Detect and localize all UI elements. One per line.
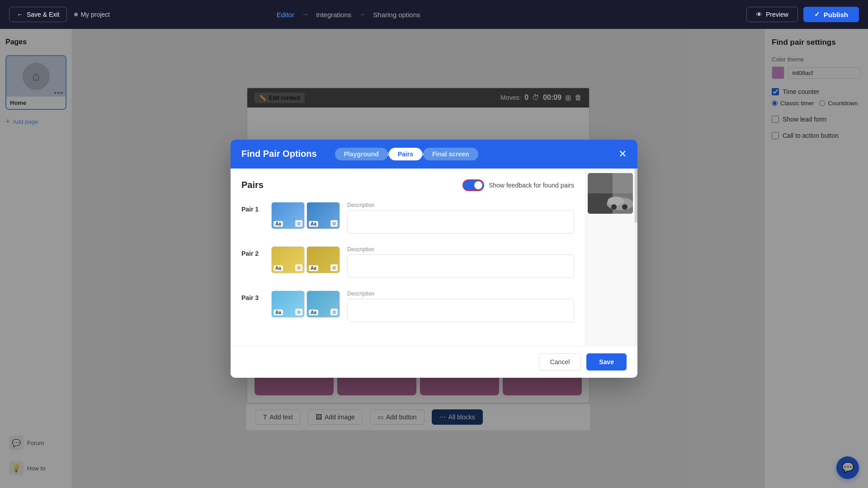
pair-2-label: Pair 2 [241, 246, 264, 257]
preview-image [588, 173, 633, 214]
modal-steps: Playground › Pairs › Final screen [335, 148, 478, 160]
pair-3-img1-badge: Aa [274, 310, 283, 315]
pair-3-image-2[interactable]: Aa ⊙ [307, 291, 340, 318]
topbar: ← Save & Exit My project Editor → Integr… [0, 0, 868, 29]
pair-3-img1-btn[interactable]: ⊙ [295, 309, 302, 315]
modal-step-pairs[interactable]: Pairs [389, 148, 422, 160]
toggle-label: Show feedback for found pairs [489, 182, 574, 189]
modal-step-playground[interactable]: Playground [335, 148, 388, 160]
pair-item-3: Pair 3 Aa ⊙ Aa ⊙ [241, 291, 574, 324]
pair-2-img2-btn[interactable]: ⊙ [330, 264, 338, 271]
nav-steps: Editor → Integrations → Sharing options [277, 10, 420, 19]
pair-2-description-input[interactable] [347, 254, 574, 278]
modal-scrollbar[interactable] [635, 169, 637, 346]
pair-1-image-1[interactable]: Aa ⊙ [271, 202, 305, 229]
modal-preview-sidebar [585, 169, 635, 346]
eye-icon: 👁 [756, 11, 762, 18]
modal-step-final-screen[interactable]: Final screen [423, 148, 478, 160]
svg-point-8 [622, 204, 627, 210]
pairs-header: Pairs Show feedback for found pairs [241, 179, 574, 191]
save-exit-label: Save & Exit [27, 11, 59, 18]
preview-svg [588, 173, 633, 214]
pair-1-description-field: Description [347, 202, 574, 235]
modal-body: Pairs Show feedback for found pairs Pair… [231, 169, 637, 346]
pair-2-img2-badge: Aa [309, 265, 318, 271]
modal-close-button[interactable]: ✕ [618, 148, 627, 160]
step-arrow-2: › [421, 149, 424, 159]
check-icon: ✓ [814, 10, 820, 19]
pair-2-image-2[interactable]: Aa ⊙ [307, 246, 340, 273]
pair-item-2: Pair 2 Aa ⊙ Aa ⊙ [241, 246, 574, 280]
modal-footer: Cancel Save [231, 346, 637, 378]
svg-rect-2 [613, 173, 633, 193]
svg-rect-1 [588, 173, 613, 193]
pair-1-img1-btn[interactable]: ⊙ [295, 220, 302, 227]
pair-2-description-field: Description [347, 246, 574, 280]
preview-button[interactable]: 👁 Preview [746, 7, 798, 22]
cancel-button[interactable]: Cancel [539, 353, 581, 371]
modal-right [585, 169, 637, 346]
pair-3-desc-label: Description [347, 291, 574, 297]
feedback-toggle[interactable] [462, 179, 484, 191]
pair-1-label: Pair 1 [241, 202, 264, 213]
pair-2-images: Aa ⊙ Aa ⊙ [271, 246, 340, 273]
pair-3-img2-btn[interactable]: ⊙ [330, 309, 338, 315]
pair-1-img2-btn[interactable]: ⊙ [330, 220, 338, 227]
pair-3-image-1[interactable]: Aa ⊙ [271, 291, 305, 318]
nav-arrow-1: → [302, 10, 309, 19]
pair-1-description-input[interactable] [347, 210, 574, 234]
svg-point-7 [611, 204, 617, 210]
top-right-actions: 👁 Preview ✓ Publish [746, 7, 859, 22]
svg-point-6 [608, 197, 624, 206]
pair-1-image-2[interactable]: Aa ⊙ [307, 202, 340, 229]
pair-3-label: Pair 3 [241, 291, 264, 301]
scrollbar-thumb[interactable] [635, 169, 637, 223]
modal-header: Find Pair Options Playground › Pairs › F… [231, 140, 637, 169]
pair-3-description-field: Description [347, 291, 574, 324]
pair-1-desc-label: Description [347, 202, 574, 208]
pair-3-description-input[interactable] [347, 299, 574, 322]
pair-item-1: Pair 1 Aa ⊙ Aa ⊙ [241, 202, 574, 235]
nav-arrow-2: → [359, 10, 366, 19]
nav-step-sharing[interactable]: Sharing options [373, 11, 420, 19]
publish-button[interactable]: ✓ Publish [803, 7, 859, 22]
pair-1-images: Aa ⊙ Aa ⊙ [271, 202, 340, 229]
modal-overlay[interactable]: Find Pair Options Playground › Pairs › F… [0, 29, 868, 488]
modal-title: Find Pair Options [241, 149, 317, 159]
save-exit-button[interactable]: ← Save & Exit [9, 7, 67, 22]
pair-3-images: Aa ⊙ Aa ⊙ [271, 291, 340, 318]
pair-2-image-1[interactable]: Aa ⊙ [271, 246, 305, 273]
pair-1-img1-badge: Aa [274, 221, 283, 227]
pair-3-img2-badge: Aa [309, 310, 318, 315]
pair-2-img1-btn[interactable]: ⊙ [295, 264, 302, 271]
nav-step-integrations[interactable]: Integrations [316, 11, 351, 19]
pair-2-desc-label: Description [347, 246, 574, 253]
modal-content: Pairs Show feedback for found pairs Pair… [231, 169, 585, 346]
save-button[interactable]: Save [586, 353, 627, 371]
pair-1-img2-badge: Aa [309, 221, 318, 227]
pairs-section-title: Pairs [241, 180, 264, 190]
nav-step-editor[interactable]: Editor [277, 11, 294, 19]
project-dot-icon [74, 13, 78, 16]
step-arrow-1: › [387, 149, 390, 159]
project-name: My project [74, 11, 110, 18]
pair-2-img1-badge: Aa [274, 265, 283, 271]
find-pair-modal: Find Pair Options Playground › Pairs › F… [231, 140, 637, 378]
toggle-row: Show feedback for found pairs [462, 179, 574, 191]
arrow-left-icon: ← [17, 11, 23, 18]
